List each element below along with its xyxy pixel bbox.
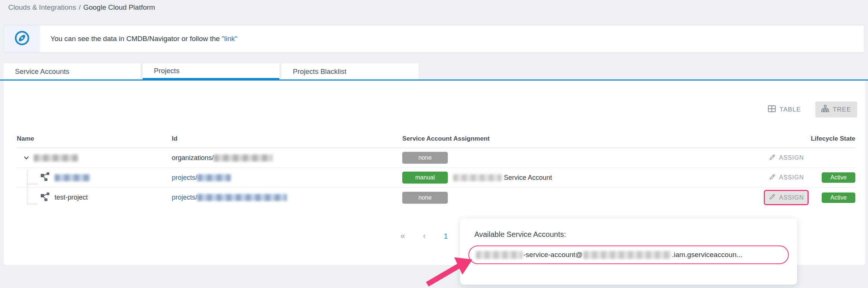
pencil-icon [769,173,776,182]
tree-connector-horizontal [27,204,37,204]
tree-connector-vertical [27,169,27,204]
org-id-prefix: organizations/ [172,154,214,162]
prev-page-button[interactable]: ‹ [423,231,425,241]
tab-service-accounts[interactable]: Service Accounts [4,63,140,79]
redacted-account-domain [583,251,671,259]
project-id-link[interactable]: projects/ [172,194,197,201]
breadcrumb-current: Google Cloud Platform [83,3,155,12]
first-page-button[interactable]: « [400,231,405,241]
assign-button[interactable]: ASSIGN [764,170,809,185]
table-header-row: Name Id Service Account Assignment Lifec… [17,81,855,148]
info-banner: You can see the data in CMDB/Navigator o… [4,25,864,53]
redacted-project-id[interactable] [197,174,231,181]
column-header-assignment: Service Account Assignment [402,135,764,143]
project-node-icon [40,172,50,183]
tab-projects-blacklist[interactable]: Projects Blacklist [282,63,418,79]
tab-bar: Service Accounts Projects Projects Black… [0,63,868,81]
banner-link[interactable]: "link" [221,35,237,43]
assignment-badge-none: none [402,192,448,204]
table-row-organization: organizations/ none ASSIGN [17,148,855,168]
tree-connector-horizontal [27,184,37,184]
assignment-badge-none: none [402,152,448,164]
column-header-lifecycle: Lifecycle State [810,135,855,143]
projects-table: Name Id Service Account Assignment Lifec… [4,81,865,207]
pencil-icon [769,193,776,202]
column-header-name: Name [17,135,172,143]
pencil-icon [769,154,776,162]
pagination: « ‹ 1 › [400,231,469,241]
banner-icon-area [4,25,40,52]
assign-button-highlighted[interactable]: ASSIGN [764,190,809,205]
breadcrumb-separator: / [79,3,81,12]
current-page[interactable]: 1 [444,232,448,241]
redacted-project-id[interactable] [197,194,287,201]
redacted-project-name[interactable] [55,174,90,181]
column-header-id: Id [172,135,402,143]
assignment-badge-manual: manual [402,172,448,184]
assignment-text: Service Account [504,174,552,182]
redacted-service-account-name [453,174,502,181]
service-account-text-suffix: .iam.gserviceaccoun... [672,251,743,259]
project-name: test-project [55,194,88,201]
chevron-down-icon[interactable] [24,154,29,161]
table-row-test-project: test-project projects/ none ASSIGN [17,188,855,207]
assign-button[interactable]: ASSIGN [764,150,809,166]
lifecycle-badge-active: Active [822,192,855,203]
service-account-option-annotated[interactable]: -service-account@ .iam.gserviceaccoun... [468,245,789,264]
tab-projects[interactable]: Projects [143,63,279,79]
redacted-org-id [214,154,273,162]
compass-icon [14,30,30,47]
service-account-text-middle: -service-account@ [523,251,583,259]
banner-message: You can see the data in CMDB/Navigator o… [50,35,237,43]
breadcrumb-section[interactable]: Clouds & Integrations [8,3,76,12]
available-service-accounts-popup: Available Service Accounts: -service-acc… [460,218,797,285]
project-id-link[interactable]: projects/ [172,174,197,182]
redacted-account-prefix [476,251,523,259]
project-node-icon [40,192,50,203]
popup-title: Available Service Accounts: [474,230,797,239]
breadcrumb: Clouds & Integrations / Google Cloud Pla… [0,0,868,12]
lifecycle-badge-active: Active [822,172,855,183]
redacted-org-name [34,154,78,162]
table-row-project: projects/ manual Service Account [17,168,855,188]
